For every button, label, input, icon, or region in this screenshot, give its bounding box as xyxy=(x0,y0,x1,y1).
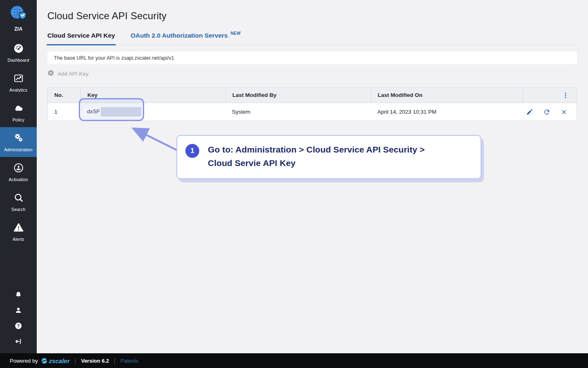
api-key-table: No. Key Last Modified By Last Modified O… xyxy=(47,87,577,121)
cloud-icon xyxy=(13,103,24,115)
cell-key: dxSF xyxy=(80,107,225,117)
footer-separator: | xyxy=(75,357,76,364)
cell-last-modified-by: System xyxy=(225,109,371,115)
column-header-key[interactable]: Key xyxy=(80,88,225,103)
cell-last-modified-on: April 14, 2023 10:31 PM xyxy=(371,109,523,115)
zscaler-logo-icon xyxy=(41,357,48,364)
zia-label: ZIA xyxy=(14,26,22,32)
sidebar-item-label: Analytics xyxy=(9,88,27,92)
tab-label: OAuth 2.0 Authorization Servers xyxy=(131,32,228,39)
sidebar-item-label: Policy xyxy=(12,117,24,122)
tab-label: Cloud Service API Key xyxy=(47,32,115,39)
column-header-last-modified-by[interactable]: Last Modified By xyxy=(225,88,371,103)
sidebar-utility-icons: ? xyxy=(14,290,23,346)
activation-upload-icon xyxy=(13,162,24,175)
instruction-line-2: Cloud Servie API Key xyxy=(208,156,425,170)
column-header-actions xyxy=(523,88,577,103)
instruction-text: Go to: Administration > Cloud Service AP… xyxy=(208,143,425,178)
tab-oauth-authorization-servers[interactable]: OAuth 2.0 Authorization ServersNEW xyxy=(131,32,241,45)
tab-cloud-service-api-key[interactable]: Cloud Service API Key xyxy=(47,32,115,45)
sidebar-item-label: Dashboard xyxy=(7,58,29,63)
page-title: Cloud Service API Security xyxy=(47,10,577,22)
instruction-callout: 1 Go to: Administration > Cloud Service … xyxy=(176,135,481,179)
sidebar-item-administration[interactable]: Administration xyxy=(0,127,37,157)
cell-no: 1 xyxy=(48,109,80,115)
edit-icon[interactable] xyxy=(526,108,533,116)
tab-bar: Cloud Service API Key OAuth 2.0 Authoriz… xyxy=(47,32,577,45)
refresh-icon[interactable] xyxy=(543,108,550,116)
help-icon[interactable]: ? xyxy=(14,321,23,330)
search-icon xyxy=(13,192,24,205)
api-base-url-text: The base URL for your API is zsapi.zscal… xyxy=(54,55,174,61)
footer-separator: | xyxy=(114,357,116,364)
add-api-key-label: Add API Key xyxy=(58,71,89,77)
sidebar-item-analytics[interactable]: Analytics xyxy=(0,67,37,97)
api-key-visible-text: dxSF xyxy=(87,108,100,114)
version-label: Version 6.2 xyxy=(81,358,109,364)
sidebar-item-alerts[interactable]: Alerts xyxy=(0,217,37,247)
alert-triangle-icon xyxy=(13,222,24,235)
step-number-badge: 1 xyxy=(185,144,199,158)
sidebar-nav: Dashboard Analytics Policy xyxy=(0,38,37,247)
sidebar: ZIA Dashboard xyxy=(0,0,37,353)
table-row: 1 dxSF System April 14, 2023 10:31 PM xyxy=(48,103,577,121)
gears-icon xyxy=(13,132,24,145)
svg-text:?: ? xyxy=(17,323,20,328)
kebab-menu-icon[interactable] xyxy=(562,91,569,100)
user-icon[interactable] xyxy=(14,306,23,315)
sidebar-item-activation[interactable]: Activation xyxy=(0,157,37,187)
line-chart-icon xyxy=(13,73,24,85)
zscaler-wordmark: zscaler xyxy=(49,357,70,364)
new-badge: NEW xyxy=(231,31,241,36)
footer: Powered by zscaler | Version 6.2 | Paten… xyxy=(0,353,588,368)
bell-icon[interactable] xyxy=(14,290,23,299)
zscaler-brand: zscaler xyxy=(41,357,70,364)
patents-link[interactable]: Patents xyxy=(120,358,138,364)
sidebar-item-label: Activation xyxy=(9,177,28,182)
sidebar-item-dashboard[interactable]: Dashboard xyxy=(0,38,37,67)
column-header-no[interactable]: No. xyxy=(48,88,80,103)
powered-by-label: Powered by xyxy=(10,358,38,364)
instruction-line-1: Go to: Administration > Cloud Service AP… xyxy=(208,143,425,156)
gauge-icon xyxy=(13,43,24,56)
sidebar-item-zia[interactable]: ZIA xyxy=(8,3,29,32)
add-api-key-button[interactable]: Add API Key xyxy=(47,70,89,78)
column-header-last-modified-on[interactable]: Last Modified On xyxy=(371,88,523,103)
sidebar-item-search[interactable]: Search xyxy=(0,187,37,217)
sidebar-item-policy[interactable]: Policy xyxy=(0,97,37,127)
sidebar-item-label: Alerts xyxy=(13,237,24,242)
api-key-redaction-block xyxy=(101,107,141,117)
plus-circle-icon xyxy=(47,70,54,78)
sidebar-item-label: Search xyxy=(11,207,25,212)
table-header: No. Key Last Modified By Last Modified O… xyxy=(48,88,577,103)
delete-icon[interactable] xyxy=(560,108,568,116)
sidebar-item-label: Administration xyxy=(4,147,32,152)
row-actions xyxy=(523,108,577,116)
zia-globe-shield-icon xyxy=(8,3,29,25)
api-base-url-info-bar: The base URL for your API is zsapi.zscal… xyxy=(47,52,577,64)
collapse-sidebar-icon[interactable] xyxy=(14,337,23,346)
